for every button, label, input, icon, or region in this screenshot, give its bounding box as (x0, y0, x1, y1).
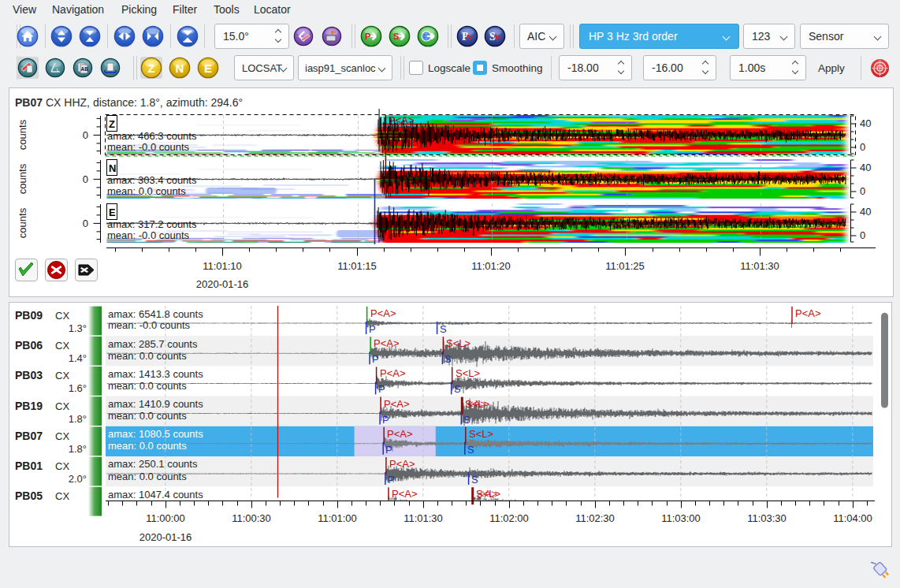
svg-text:11:01:20: 11:01:20 (471, 260, 511, 272)
svg-text:S<L>: S<L> (456, 367, 480, 379)
svg-text:PB07: PB07 (15, 96, 43, 109)
svg-text:S<L>: S<L> (446, 337, 470, 349)
svg-text:11:01:30: 11:01:30 (404, 512, 443, 524)
svg-text:CX: CX (55, 340, 69, 352)
svg-text:0: 0 (860, 229, 865, 241)
svg-text:0: 0 (860, 185, 865, 197)
svg-text:11:03:00: 11:03:00 (661, 512, 701, 524)
svg-text:S<L>: S<L> (469, 428, 493, 440)
svg-text:1.8°: 1.8° (69, 413, 87, 425)
svg-text:P: P (372, 353, 379, 365)
svg-text:P<A>: P<A> (374, 337, 400, 349)
svg-text:amax: 1047.4 counts: amax: 1047.4 counts (108, 489, 203, 501)
svg-text:P<A>: P<A> (389, 114, 415, 126)
svg-text:amax: 303.4 counts: amax: 303.4 counts (107, 174, 197, 186)
svg-text:S: S (444, 353, 452, 365)
svg-text:P: P (385, 444, 392, 456)
svg-text:0: 0 (83, 173, 88, 185)
svg-text:2020-01-16: 2020-01-16 (196, 278, 249, 290)
svg-text:mean: 0.0 counts: mean: 0.0 counts (108, 471, 187, 482)
svg-text:mean: 0.0 counts: mean: 0.0 counts (107, 185, 186, 197)
svg-text:CX: CX (55, 490, 69, 502)
svg-text:PB07: PB07 (15, 430, 43, 442)
svg-text:P<A>: P<A> (370, 307, 396, 319)
svg-text:P: P (365, 32, 370, 41)
svg-text:P: P (388, 474, 395, 486)
svg-text:P<A>: P<A> (380, 367, 406, 379)
svg-text:amax: 1413.3 counts: amax: 1413.3 counts (108, 368, 203, 380)
svg-text:PB06: PB06 (15, 339, 43, 352)
svg-text:PB09: PB09 (15, 309, 43, 322)
svg-text:amax: 317.2 counts: amax: 317.2 counts (107, 218, 197, 230)
svg-text:PB01: PB01 (15, 460, 43, 472)
svg-text:11:00:00: 11:00:00 (146, 512, 185, 524)
svg-text:P: P (369, 323, 376, 335)
svg-text:CX: CX (55, 460, 69, 472)
svg-text:2.0°: 2.0° (69, 473, 87, 485)
svg-text:CX: CX (55, 370, 69, 381)
svg-text:N: N (109, 162, 116, 174)
svg-text:CX: CX (55, 310, 69, 322)
svg-text:AB: AB (81, 66, 89, 72)
svg-text:P<A>: P<A> (387, 428, 413, 440)
svg-text:1.4°: 1.4° (69, 352, 87, 364)
svg-text:40: 40 (860, 117, 871, 129)
svg-text:11:02:30: 11:02:30 (575, 512, 615, 524)
svg-text:P: P (462, 31, 469, 43)
svg-text:amax: 250.1 counts: amax: 250.1 counts (108, 458, 198, 470)
svg-text:S: S (467, 444, 474, 456)
svg-text:P<A>: P<A> (384, 398, 410, 410)
svg-text:11:01:25: 11:01:25 (605, 260, 645, 272)
svg-text:CX HHZ, distance: 1.8°, azimu: CX HHZ, distance: 1.8°, azimuth: 294.6° (46, 96, 243, 109)
svg-text:1.6°: 1.6° (69, 382, 87, 394)
svg-text:0: 0 (83, 218, 88, 229)
svg-text:S: S (440, 323, 447, 335)
svg-text:S: S (454, 383, 461, 395)
svg-text:E: E (109, 207, 116, 218)
svg-text:CX: CX (55, 430, 69, 442)
svg-text:S: S (463, 414, 470, 426)
svg-text:Z: Z (147, 61, 154, 75)
svg-text:mean: 0.0 counts: mean: 0.0 counts (108, 350, 187, 362)
svg-text:amax: 1080.5 counts: amax: 1080.5 counts (108, 428, 203, 440)
svg-text:P<A>: P<A> (795, 307, 821, 319)
svg-text:PB05: PB05 (15, 489, 43, 502)
svg-text:P: P (333, 30, 337, 35)
svg-text:P: P (378, 383, 385, 395)
svg-text:11:00:30: 11:00:30 (232, 512, 271, 524)
svg-text:11:01:00: 11:01:00 (318, 512, 357, 524)
svg-text:P<A>: P<A> (392, 488, 418, 500)
svg-text:PB19: PB19 (15, 400, 43, 412)
svg-text:counts: counts (17, 119, 28, 150)
svg-text:mean: -0.0 counts: mean: -0.0 counts (107, 229, 190, 241)
svg-text:mean: -0.0 counts: mean: -0.0 counts (108, 319, 191, 331)
svg-text:counts: counts (17, 207, 28, 238)
svg-text:1.8°: 1.8° (69, 443, 87, 455)
svg-text:P<A>: P<A> (389, 458, 415, 470)
svg-text:0: 0 (83, 129, 88, 141)
svg-text:1.3°: 1.3° (69, 322, 87, 334)
svg-text:11:03:30: 11:03:30 (747, 512, 787, 524)
svg-text:11:01:30: 11:01:30 (740, 260, 779, 272)
svg-text:mean: -0.0 counts: mean: -0.0 counts (107, 141, 190, 153)
svg-text:mean: 0.0 counts: mean: 0.0 counts (108, 410, 187, 422)
svg-text:11:02:00: 11:02:00 (489, 512, 529, 524)
svg-text:2020-01-16: 2020-01-16 (139, 531, 192, 543)
svg-text:PB03: PB03 (15, 369, 43, 381)
svg-text:amax: 285.7 counts: amax: 285.7 counts (108, 338, 198, 350)
svg-text:S: S (393, 32, 399, 41)
svg-text:<A>: <A> (467, 398, 486, 410)
svg-text:40: 40 (860, 162, 871, 173)
svg-text:P: P (382, 414, 389, 426)
svg-text:E: E (204, 61, 212, 75)
svg-text:<A>: <A> (478, 488, 497, 500)
svg-text:N: N (176, 61, 184, 75)
svg-text:0: 0 (860, 141, 865, 153)
svg-text:11:01:10: 11:01:10 (203, 260, 242, 272)
svg-text:amax: 466.3 counts: amax: 466.3 counts (107, 130, 197, 142)
svg-text:mean: 0.0 counts: mean: 0.0 counts (108, 380, 187, 392)
svg-text:11:04:00: 11:04:00 (833, 512, 872, 524)
svg-text:S: S (471, 474, 478, 486)
svg-text:counts: counts (17, 163, 28, 194)
svg-text:mean: 0.0 counts: mean: 0.0 counts (108, 440, 187, 452)
